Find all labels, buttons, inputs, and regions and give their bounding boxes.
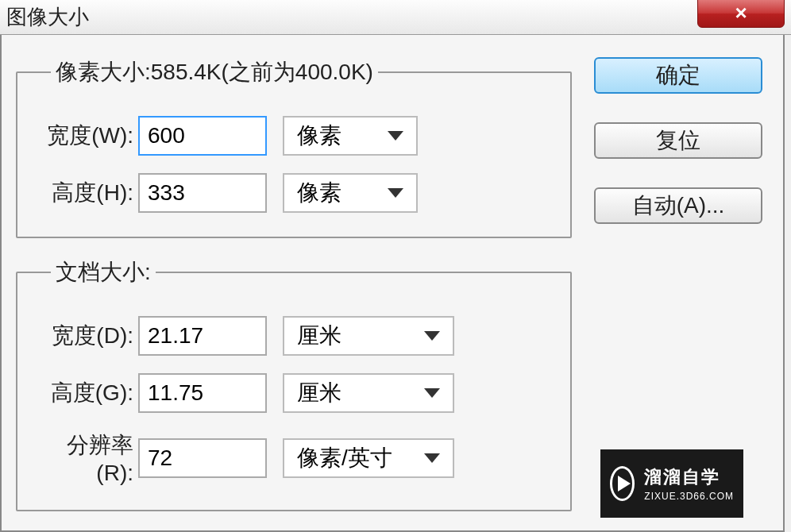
play-icon <box>610 466 635 501</box>
doc-width-label: 宽度(D): <box>35 321 138 351</box>
pixel-height-unit-value: 像素 <box>297 178 341 208</box>
document-size-group: 文档大小: 宽度(D): 厘米 高度(G): 厘米 分辨率(R): <box>16 257 572 511</box>
resolution-label: 分辨率(R): <box>35 430 138 486</box>
doc-width-unit-value: 厘米 <box>297 321 341 351</box>
ok-button-label: 确定 <box>656 60 700 91</box>
pixel-dimensions-legend: 像素大小:585.4K(之前为400.0K) <box>51 57 378 87</box>
reset-button-label: 复位 <box>656 125 700 156</box>
pixel-height-input[interactable] <box>138 173 267 213</box>
pixel-height-row: 高度(H): 像素 <box>35 173 553 213</box>
pixel-width-label: 宽度(W): <box>35 121 138 151</box>
resolution-input[interactable] <box>138 438 267 478</box>
resolution-row: 分辨率(R): 像素/英寸 <box>35 430 553 486</box>
pixel-width-input[interactable] <box>138 116 267 156</box>
auto-button[interactable]: 自动(A)... <box>594 187 762 224</box>
titlebar: 图像大小 × <box>0 0 791 35</box>
pixel-height-label: 高度(H): <box>35 178 138 208</box>
document-size-legend: 文档大小: <box>51 257 156 287</box>
doc-height-row: 高度(G): 厘米 <box>35 373 553 413</box>
chevron-down-icon <box>388 188 403 198</box>
ok-button[interactable]: 确定 <box>594 57 762 94</box>
doc-height-unit-value: 厘米 <box>297 378 341 408</box>
watermark-main: 溜溜自学 <box>644 465 734 489</box>
doc-width-row: 宽度(D): 厘米 <box>35 316 553 356</box>
pixel-height-unit-dropdown[interactable]: 像素 <box>283 173 418 213</box>
left-column: 像素大小:585.4K(之前为400.0K) 宽度(W): 像素 高度(H): … <box>16 57 572 516</box>
doc-height-unit-dropdown[interactable]: 厘米 <box>283 373 454 413</box>
doc-height-input[interactable] <box>138 373 267 413</box>
auto-button-label: 自动(A)... <box>632 191 725 221</box>
resolution-unit-dropdown[interactable]: 像素/英寸 <box>283 438 454 478</box>
pixel-width-unit-value: 像素 <box>297 121 341 151</box>
watermark: 溜溜自学 ZIXUE.3D66.COM <box>600 449 743 518</box>
dialog-body: 像素大小:585.4K(之前为400.0K) 宽度(W): 像素 高度(H): … <box>0 35 785 532</box>
close-button[interactable]: × <box>697 0 785 28</box>
chevron-down-icon <box>424 331 440 341</box>
doc-width-input[interactable] <box>138 316 267 356</box>
window-title: 图像大小 <box>6 3 89 31</box>
doc-height-label: 高度(G): <box>35 378 138 408</box>
right-column: 确定 复位 自动(A)... <box>572 57 769 516</box>
doc-width-unit-dropdown[interactable]: 厘米 <box>283 316 454 356</box>
resolution-unit-value: 像素/英寸 <box>297 443 392 473</box>
pixel-dimensions-group: 像素大小:585.4K(之前为400.0K) 宽度(W): 像素 高度(H): … <box>16 57 572 238</box>
pixel-width-row: 宽度(W): 像素 <box>35 116 553 156</box>
reset-button[interactable]: 复位 <box>594 122 762 159</box>
close-icon: × <box>735 1 747 25</box>
watermark-text: 溜溜自学 ZIXUE.3D66.COM <box>644 465 734 502</box>
watermark-sub: ZIXUE.3D66.COM <box>644 491 734 502</box>
chevron-down-icon <box>424 388 440 398</box>
chevron-down-icon <box>388 131 403 141</box>
play-triangle-icon <box>618 476 631 492</box>
chevron-down-icon <box>424 453 440 463</box>
pixel-width-unit-dropdown[interactable]: 像素 <box>283 116 418 156</box>
